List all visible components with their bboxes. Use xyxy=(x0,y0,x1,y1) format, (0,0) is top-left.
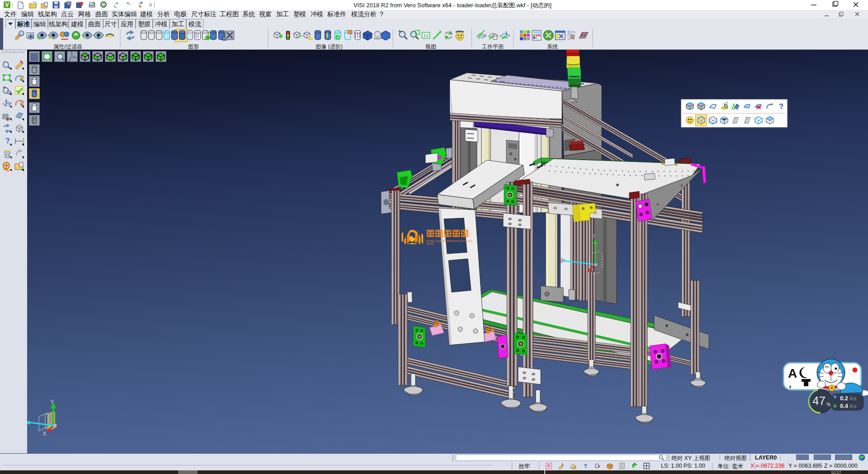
svg-text:A: A xyxy=(788,366,797,380)
svg-text:K/s: K/s xyxy=(850,396,856,401)
svg-text:%: % xyxy=(826,402,831,407)
svg-text:Y: Y xyxy=(592,233,596,240)
svg-text:Z: Z xyxy=(560,257,563,264)
svg-text:0.2: 0.2 xyxy=(840,395,848,402)
svg-text:V: V xyxy=(5,2,9,8)
svg-text:,: , xyxy=(789,379,792,389)
svg-text:K/s: K/s xyxy=(850,404,856,409)
svg-text:?: ? xyxy=(584,463,587,469)
svg-text:?: ? xyxy=(5,137,10,145)
svg-text:1:1: 1:1 xyxy=(424,33,429,38)
svg-text:Y: Y xyxy=(50,398,54,405)
svg-text:X: X xyxy=(42,430,47,437)
svg-text:?: ? xyxy=(779,103,783,110)
svg-text:0.4: 0.4 xyxy=(840,403,849,409)
svg-text:47: 47 xyxy=(812,394,826,408)
